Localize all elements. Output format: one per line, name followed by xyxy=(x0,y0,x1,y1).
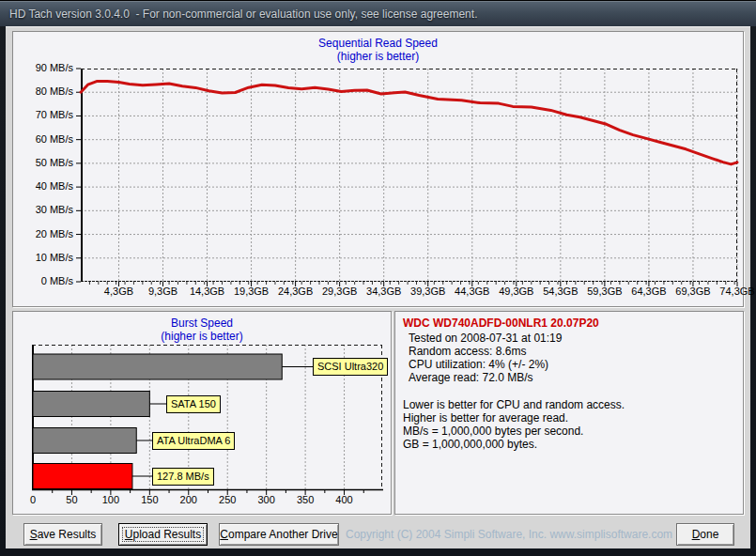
seq-y-tick-label: 90 MB/s xyxy=(13,62,73,73)
burst-x-tick-label: 350 xyxy=(297,494,314,505)
seq-y-tick-label: 30 MB/s xyxy=(13,204,73,215)
burst-x-tick-label: 200 xyxy=(180,494,197,505)
seq-y-tick-label: 20 MB/s xyxy=(13,228,73,239)
burst-bar xyxy=(33,428,136,454)
dialog-body: Sequential Read Speed (higher is better)… xyxy=(6,26,750,548)
upload-label: pload Results xyxy=(132,528,201,541)
seq-x-tick-label: 49,3GB xyxy=(499,286,533,297)
compare-another-drive-button[interactable]: Compare Another Drive xyxy=(219,523,339,546)
seq-x-tick-label: 19,3GB xyxy=(234,286,269,297)
seq-chart-subtitle: (higher is better) xyxy=(13,50,743,63)
drive-note-line: MB/s = 1,000,000 bytes per second. xyxy=(403,425,625,438)
seq-x-tick-label: 24,3GB xyxy=(278,286,313,297)
burst-speed-panel: Burst Speed (higher is better) SCSI Ultr… xyxy=(12,311,392,515)
burst-bar-label: SCSI Ultra320 xyxy=(313,358,388,376)
seq-x-tick-label: 9,3GB xyxy=(148,286,177,297)
burst-bar xyxy=(33,392,149,417)
drive-stat-line: Tested on 2008-07-31 at 01:19 xyxy=(409,332,562,345)
seq-x-tick-label: 59,3GB xyxy=(587,286,622,297)
burst-x-tick-label: 0 xyxy=(30,494,36,505)
seq-plot-area xyxy=(81,69,737,282)
drive-note-line: Higher is better for average read. xyxy=(403,411,625,425)
seq-x-tick-label: 69,3GB xyxy=(675,286,710,297)
seq-y-tick-label: 70 MB/s xyxy=(13,109,73,120)
burst-bar xyxy=(33,464,132,489)
burst-x-tick-label: 300 xyxy=(257,494,274,505)
drive-note-line: Lower is better for CPU and random acces… xyxy=(403,398,625,411)
burst-x-tick-label: 400 xyxy=(335,494,352,505)
copyright-text: Copyright (C) 2004 Simpli Software, Inc.… xyxy=(346,528,667,541)
burst-x-tick-label: 100 xyxy=(102,494,119,505)
seq-chart-canvas xyxy=(75,69,738,287)
seq-x-tick-label: 4,3GB xyxy=(104,286,133,297)
seq-y-tick-label: 50 MB/s xyxy=(13,157,73,168)
upload-results-button[interactable]: Upload Results xyxy=(118,523,208,546)
compare-accesskey: C xyxy=(220,528,228,541)
window-title: HD Tach version 3.0.4.0 - For non-commer… xyxy=(9,8,477,21)
save-results-button[interactable]: Save Results xyxy=(23,523,102,546)
drive-stat-line: CPU utilization: 4% (+/- 2%) xyxy=(409,358,562,371)
done-accesskey: D xyxy=(692,528,701,541)
drive-stat-line: Random access: 8.6ms xyxy=(409,345,562,358)
compare-label: ompare Another Drive xyxy=(228,528,338,541)
burst-x-tick-label: 150 xyxy=(141,494,158,505)
drive-stat-line: Average read: 72.0 MB/s xyxy=(409,371,562,384)
seq-x-tick-label: 74,3GB xyxy=(719,286,754,297)
burst-bar xyxy=(33,354,282,379)
seq-y-tick-label: 10 MB/s xyxy=(13,252,73,263)
burst-bar-label: 127.8 MB/s xyxy=(152,468,214,486)
save-label: ave Results xyxy=(38,528,97,541)
seq-x-tick-label: 29,3GB xyxy=(322,286,357,297)
drive-note-line: GB = 1,000,000,000 bytes. xyxy=(403,438,625,451)
drive-name: WDC WD740ADFD-00NLR1 20.07P20 xyxy=(403,317,599,330)
seq-chart-title: Sequential Read Speed xyxy=(13,37,743,50)
done-button[interactable]: Done xyxy=(676,523,734,546)
sequential-read-panel: Sequential Read Speed (higher is better)… xyxy=(12,31,744,307)
burst-chart-title: Burst Speed xyxy=(13,317,391,330)
seq-x-tick-label: 54,3GB xyxy=(543,286,578,297)
burst-x-tick-label: 50 xyxy=(66,494,77,505)
seq-y-tick-label: 0 MB/s xyxy=(13,275,73,286)
seq-y-tick-label: 40 MB/s xyxy=(13,180,73,192)
burst-plot-area: SCSI Ultra320SATA 150ATA UltraDMA 6127.8… xyxy=(32,345,382,490)
seq-x-tick-label: 64,3GB xyxy=(631,286,666,297)
burst-bar-label: ATA UltraDMA 6 xyxy=(152,432,235,450)
app-window: HD Tach version 3.0.4.0 - For non-commer… xyxy=(0,0,756,556)
seq-y-tick-label: 60 MB/s xyxy=(13,133,73,145)
seq-x-tick-label: 39,3GB xyxy=(410,286,445,297)
burst-x-tick-label: 250 xyxy=(219,494,236,505)
seq-x-tick-label: 44,3GB xyxy=(455,286,489,297)
seq-read-speed-line xyxy=(81,81,737,163)
burst-chart-subtitle: (higher is better) xyxy=(13,330,391,343)
done-label: one xyxy=(700,528,718,541)
save-accesskey: S xyxy=(30,528,38,541)
drive-stats: Tested on 2008-07-31 at 01:19Random acce… xyxy=(409,332,562,384)
seq-x-tick-label: 34,3GB xyxy=(366,286,401,297)
drive-info-panel: WDC WD740ADFD-00NLR1 20.07P20 Tested on … xyxy=(394,311,744,515)
seq-y-tick-label: 80 MB/s xyxy=(13,85,73,97)
titlebar[interactable]: HD Tach version 3.0.4.0 - For non-commer… xyxy=(0,0,756,26)
seq-x-tick-label: 14,3GB xyxy=(190,286,224,297)
burst-bar-label: SATA 150 xyxy=(166,395,221,413)
drive-notes: Lower is better for CPU and random acces… xyxy=(403,398,625,451)
